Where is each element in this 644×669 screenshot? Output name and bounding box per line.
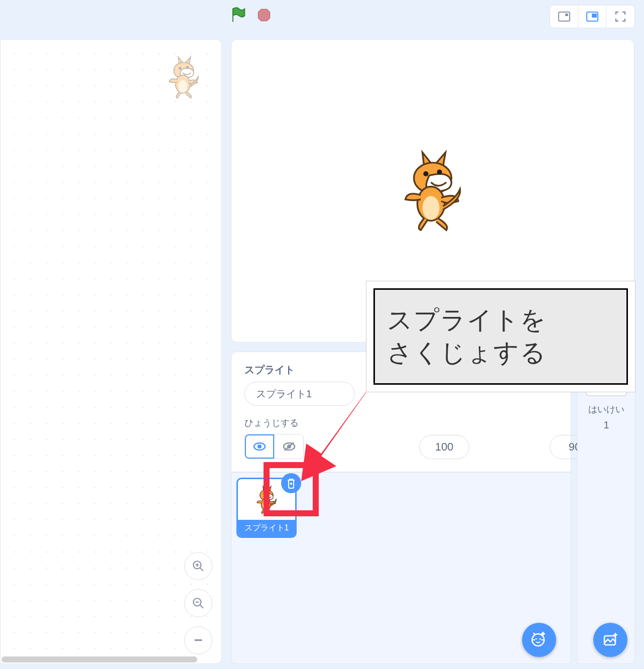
- callout-line1: スプライトを: [387, 304, 614, 337]
- sprite-thumbnail[interactable]: スプライト1: [236, 478, 297, 538]
- zoom-in-button[interactable]: [184, 552, 212, 580]
- stop-icon[interactable]: [257, 8, 271, 24]
- delete-sprite-button[interactable]: [281, 473, 301, 493]
- add-sprite-button[interactable]: [522, 623, 556, 657]
- add-sprite-icon: [530, 631, 548, 649]
- zoom-out-button[interactable]: [184, 589, 212, 617]
- sprite-watermark-icon: [161, 55, 206, 100]
- sprite-name-input[interactable]: [244, 382, 355, 406]
- stage-size-controls: [550, 5, 635, 28]
- svg-rect-6: [559, 12, 570, 21]
- svg-rect-9: [592, 14, 597, 18]
- zoom-reset-button[interactable]: [184, 626, 212, 654]
- svg-line-11: [200, 568, 203, 571]
- code-area[interactable]: [0, 39, 222, 664]
- large-stage-button[interactable]: [578, 6, 606, 28]
- fullscreen-button[interactable]: [606, 6, 634, 28]
- top-bar: [0, 0, 644, 30]
- svg-marker-5: [258, 9, 270, 21]
- svg-point-27: [540, 638, 541, 640]
- svg-rect-24: [290, 483, 292, 485]
- sprite-list: スプライト1: [231, 472, 571, 664]
- show-sprite-button[interactable]: [245, 434, 274, 459]
- green-flag-icon[interactable]: [231, 7, 246, 25]
- tutorial-callout: スプライトを さくじょする: [366, 281, 635, 392]
- show-label: ひょうじする: [244, 417, 304, 429]
- backdrop-panel: はいけい 1: [577, 352, 635, 664]
- hide-sprite-button[interactable]: [274, 434, 303, 459]
- trash-icon: [286, 478, 296, 489]
- sprite-thumbnail-label: スプライト1: [238, 520, 295, 536]
- add-backdrop-icon: [601, 631, 619, 649]
- svg-rect-7: [565, 14, 568, 16]
- svg-point-20: [257, 444, 262, 449]
- backdrop-label: はいけい: [588, 403, 624, 415]
- horizontal-scrollbar[interactable]: [2, 656, 197, 662]
- add-backdrop-button[interactable]: [593, 623, 627, 657]
- size-field[interactable]: 100: [419, 435, 469, 459]
- callout-line2: さくじょする: [387, 337, 614, 369]
- svg-line-15: [200, 605, 203, 608]
- visibility-toggle: [244, 434, 304, 459]
- small-stage-button[interactable]: [550, 6, 578, 28]
- sprite-on-stage[interactable]: [390, 148, 475, 234]
- zoom-controls: [184, 552, 212, 654]
- svg-point-26: [536, 638, 537, 640]
- backdrop-count: 1: [603, 419, 609, 431]
